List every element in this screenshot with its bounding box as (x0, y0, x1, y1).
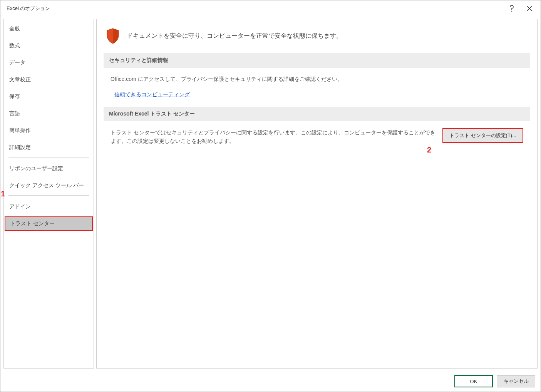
dialog-body: 全般 数式 データ 文章校正 保存 言語 簡単操作 詳細設定 リボンのユーザー設… (0, 17, 541, 371)
sidebar-item-quick-access-toolbar[interactable]: クイック アクセス ツール バー (4, 178, 94, 193)
content-pane: ドキュメントを安全に守り、コンピューターを正常で安全な状態に保ちます。 セキュリ… (96, 19, 538, 369)
sidebar-item-trust-center[interactable]: トラスト センター (5, 216, 93, 231)
sidebar-item-label: リボンのユーザー設定 (9, 165, 63, 171)
help-icon (509, 5, 514, 12)
section-header-trust-center: Microsoft Excel トラスト センター (104, 107, 530, 121)
sidebar-item-data[interactable]: データ (4, 55, 94, 70)
trust-center-row: トラスト センターではセキュリティとプライバシーに関する設定を行います。この設定… (111, 128, 523, 146)
sidebar-item-label: アドイン (9, 203, 31, 209)
help-button[interactable] (503, 2, 521, 15)
section-body-trust-center: トラスト センターではセキュリティとプライバシーに関する設定を行います。この設定… (104, 127, 530, 153)
hero-text: ドキュメントを安全に守り、コンピューターを正常で安全な状態に保ちます。 (127, 32, 342, 40)
sidebar-item-label: 数式 (9, 42, 20, 49)
sidebar-item-label: クイック アクセス ツール バー (9, 182, 84, 188)
sidebar-item-addins[interactable]: アドイン (4, 199, 94, 214)
trust-center-desc: トラスト センターではセキュリティとプライバシーに関する設定を行います。この設定… (111, 128, 438, 146)
sidebar-item-label: 簡単操作 (9, 127, 31, 133)
annotation-2: 2 (427, 146, 431, 154)
sidebar-separator (8, 195, 89, 196)
sidebar-item-label: トラスト センター (10, 220, 55, 226)
annotation-1: 1 (1, 189, 5, 198)
close-button[interactable] (521, 2, 538, 15)
ok-button[interactable]: OK (454, 375, 493, 387)
sidebar: 全般 数式 データ 文章校正 保存 言語 簡単操作 詳細設定 リボンのユーザー設… (3, 19, 94, 369)
cancel-button[interactable]: キャンセル (497, 375, 535, 387)
dialog-title: Excel のオプション (7, 5, 503, 12)
sidebar-item-label: 保存 (9, 93, 20, 99)
sidebar-item-advanced[interactable]: 詳細設定 (4, 140, 94, 155)
sidebar-item-customize-ribbon[interactable]: リボンのユーザー設定 (4, 161, 94, 176)
sidebar-item-label: 言語 (9, 110, 20, 116)
sidebar-item-formulas[interactable]: 数式 (4, 39, 94, 53)
hero: ドキュメントを安全に守り、コンピューターを正常で安全な状態に保ちます。 (104, 26, 530, 53)
security-desc: Office.com にアクセスして、プライバシー保護とセキュリティに関する詳細… (111, 75, 523, 83)
section-body-security: Office.com にアクセスして、プライバシー保護とセキュリティに関する詳細… (104, 73, 530, 107)
sidebar-separator (8, 157, 89, 157)
dialog-footer: OK キャンセル (0, 371, 541, 392)
sidebar-item-proofing[interactable]: 文章校正 (4, 72, 94, 87)
trust-center-settings-button[interactable]: トラスト センターの設定(T)... (442, 128, 523, 143)
sidebar-item-general[interactable]: 全般 (4, 22, 94, 36)
excel-options-dialog: Excel のオプション 全般 数式 データ 文章校正 保存 (0, 0, 541, 392)
sidebar-item-language[interactable]: 言語 (4, 106, 94, 121)
svg-point-0 (511, 11, 512, 12)
sidebar-item-label: データ (9, 59, 25, 65)
trusted-computing-link[interactable]: 信頼できるコンピューティング (114, 90, 190, 99)
sidebar-item-save[interactable]: 保存 (4, 89, 94, 104)
sidebar-item-label: 詳細設定 (9, 144, 31, 150)
sidebar-item-label: 全般 (9, 25, 20, 32)
titlebar: Excel のオプション (0, 0, 541, 17)
shield-icon (106, 28, 120, 44)
sidebar-item-label: 文章校正 (9, 76, 31, 82)
close-icon (527, 6, 532, 11)
sidebar-item-ease-of-access[interactable]: 簡単操作 (4, 123, 94, 138)
section-header-security: セキュリティと詳細情報 (104, 53, 530, 68)
